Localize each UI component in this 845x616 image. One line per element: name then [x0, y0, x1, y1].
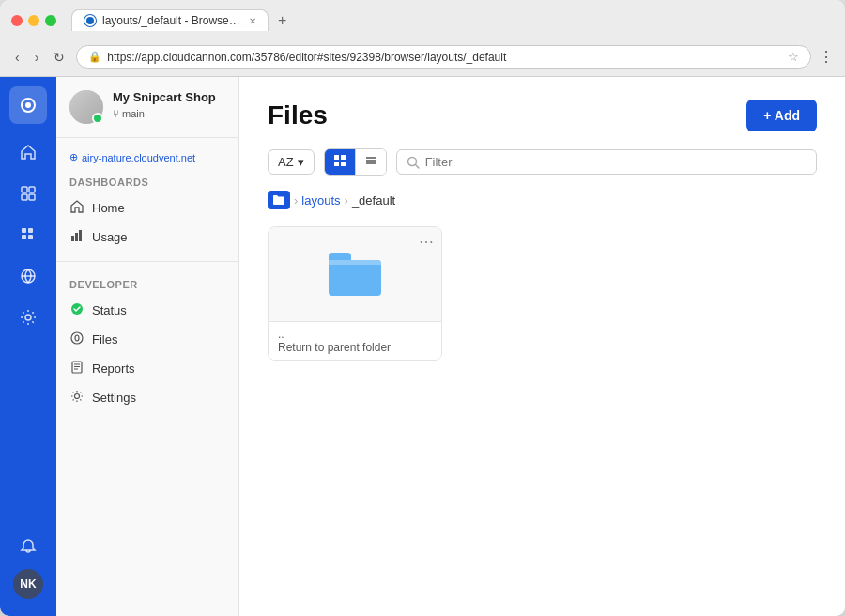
icon-sidebar-top: [9, 86, 47, 524]
tab-label: layouts/_default - Browser - My ...: [102, 14, 243, 27]
user-avatar[interactable]: NK: [13, 569, 43, 599]
site-link[interactable]: ⊕ airy-nature.cloudvent.net: [56, 151, 238, 163]
add-button[interactable]: + Add: [746, 100, 817, 131]
maximize-button[interactable]: [45, 15, 56, 26]
tab-close-button[interactable]: ✕: [249, 16, 256, 26]
browser-chrome: layouts/_default - Browser - My ... ✕ +: [0, 0, 845, 39]
reports-nav-label: Reports: [92, 362, 135, 376]
site-details: My Snipcart Shop ⑂ main: [113, 90, 225, 119]
icon-sidebar: NK: [0, 77, 56, 616]
list-view-button[interactable]: [356, 149, 386, 175]
dashboard-icon-btn[interactable]: [9, 175, 47, 212]
usage-nav-label: Usage: [92, 230, 128, 244]
minimize-button[interactable]: [28, 15, 39, 26]
svg-rect-21: [334, 155, 339, 160]
status-nav-item[interactable]: Status: [56, 296, 238, 325]
active-tab[interactable]: layouts/_default - Browser - My ... ✕: [71, 9, 269, 31]
breadcrumb-sep-1: ›: [294, 193, 298, 208]
settings-nav-item[interactable]: Settings: [56, 383, 238, 412]
browser-menu-button[interactable]: ⋮: [819, 48, 834, 66]
files-nav-item[interactable]: Files: [56, 325, 238, 354]
browser-window: layouts/_default - Browser - My ... ✕ + …: [0, 0, 845, 616]
file-card-menu-button[interactable]: ⋯: [419, 233, 434, 251]
grid-view-button[interactable]: [325, 149, 356, 175]
sidebar-divider: [56, 261, 238, 262]
file-grid: ⋯ .. Return to parent folder: [268, 226, 817, 361]
svg-rect-5: [29, 194, 35, 200]
url-text: https://app.cloudcannon.com/35786/editor…: [107, 51, 782, 64]
svg-rect-2: [22, 187, 27, 192]
site-avatar: [69, 90, 103, 124]
files-nav-icon: [69, 331, 84, 347]
svg-rect-13: [75, 233, 78, 241]
svg-point-20: [75, 394, 80, 399]
settings-nav-icon: [69, 390, 84, 406]
lock-icon: 🔒: [88, 51, 101, 63]
breadcrumb-sep-2: ›: [345, 193, 348, 208]
app-layout: NK My Snipcart Shop ⑂ main: [0, 77, 845, 616]
settings-nav-label: Settings: [92, 391, 136, 405]
site-info: My Snipcart Shop ⑂ main: [56, 90, 238, 138]
branch-icon: ⑂: [113, 108, 119, 119]
address-bar-row: ‹ › ↻ 🔒 https://app.cloudcannon.com/3578…: [0, 39, 845, 77]
notification-icon-btn[interactable]: [9, 528, 47, 565]
parent-folder-sublabel: Return to parent folder: [278, 341, 432, 354]
root-folder-button[interactable]: [268, 191, 290, 209]
globe-icon-btn[interactable]: [9, 257, 47, 295]
address-bar[interactable]: 🔒 https://app.cloudcannon.com/35786/edit…: [76, 45, 811, 69]
layouts-breadcrumb[interactable]: layouts: [301, 193, 340, 208]
tab-bar: layouts/_default - Browser - My ... ✕ +: [71, 9, 292, 31]
sort-label: AZ: [278, 155, 294, 169]
svg-rect-24: [341, 162, 346, 166]
search-icon: [407, 156, 420, 169]
files-nav-label: Files: [92, 332, 117, 346]
close-button[interactable]: [11, 15, 23, 26]
default-breadcrumb: _default: [352, 193, 395, 208]
toolbar: AZ ▾: [268, 148, 817, 176]
home-icon-btn[interactable]: [9, 133, 47, 171]
svg-rect-7: [28, 228, 33, 233]
status-nav-label: Status: [92, 303, 127, 317]
svg-rect-3: [29, 187, 35, 192]
filter-input[interactable]: [425, 155, 807, 169]
parent-folder-card-footer: .. Return to parent folder: [269, 321, 441, 360]
reports-nav-item[interactable]: Reports: [56, 354, 238, 383]
parent-folder-card-header: ⋯: [269, 227, 441, 321]
folder-top-highlight: [329, 260, 381, 265]
site-branch: ⑂ main: [113, 108, 225, 119]
main-sidebar: My Snipcart Shop ⑂ main ⊕ airy-nature.cl…: [56, 77, 239, 616]
icon-sidebar-bottom: NK: [9, 528, 47, 607]
usage-nav-item[interactable]: Usage: [56, 223, 238, 252]
logo-button[interactable]: [9, 86, 47, 124]
svg-rect-12: [71, 236, 74, 241]
home-nav-item[interactable]: Home: [56, 193, 238, 223]
bookmark-button[interactable]: ☆: [788, 50, 799, 64]
main-content: Files + Add AZ ▾: [239, 77, 845, 616]
site-status-badge: [92, 113, 103, 124]
developer-section-label: DEVELOPER: [56, 279, 238, 296]
folder-open-icon: [329, 253, 381, 296]
folder-body: [329, 260, 381, 296]
breadcrumb: › layouts › _default: [268, 191, 817, 209]
svg-rect-6: [22, 228, 26, 233]
external-link-icon: ⊕: [69, 151, 78, 163]
settings-icon-btn[interactable]: [9, 299, 47, 336]
apps-icon-btn[interactable]: [9, 216, 47, 254]
parent-folder-card[interactable]: ⋯ .. Return to parent folder: [268, 226, 442, 361]
svg-line-29: [415, 164, 419, 168]
home-nav-icon: [69, 200, 84, 216]
root-folder-icon: [272, 194, 285, 206]
svg-point-11: [25, 315, 31, 320]
page-header: Files + Add: [268, 100, 817, 131]
branch-label: main: [122, 108, 145, 119]
filter-input-wrapper: [396, 149, 817, 175]
forward-button[interactable]: ›: [31, 48, 43, 67]
page-title: Files: [268, 100, 328, 131]
svg-rect-4: [22, 194, 27, 200]
dashboards-section-label: DASHBOARDS: [56, 177, 238, 193]
back-button[interactable]: ‹: [11, 48, 23, 67]
svg-rect-8: [22, 235, 26, 239]
reload-button[interactable]: ↻: [50, 48, 69, 67]
sort-dropdown[interactable]: AZ ▾: [268, 149, 315, 175]
new-tab-button[interactable]: +: [272, 10, 292, 31]
